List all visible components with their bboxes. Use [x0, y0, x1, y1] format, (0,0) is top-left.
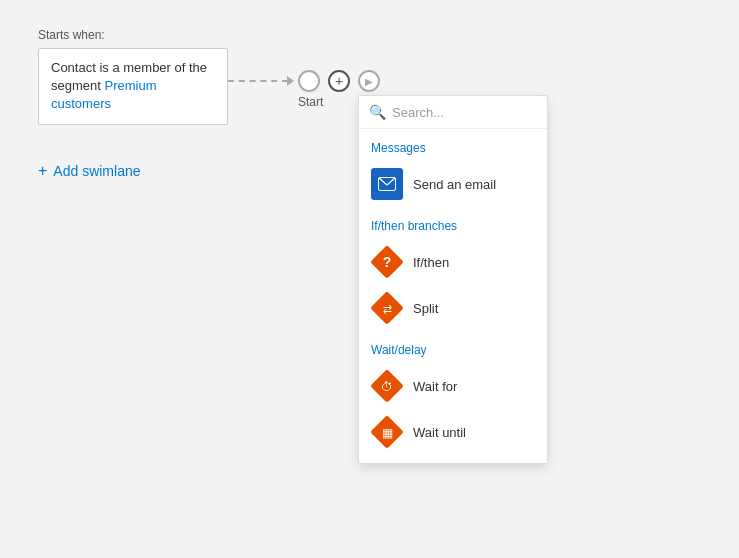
flow-connector: + ▶: [228, 70, 384, 92]
menu-item-label-wait-until: Wait until: [413, 425, 466, 440]
flow-node-plus[interactable]: +: [328, 70, 350, 92]
flow-node-circle[interactable]: [298, 70, 320, 92]
svg-text:?: ?: [383, 254, 392, 270]
menu-item-label-if-then: If/then: [413, 255, 449, 270]
menu-item-if-then[interactable]: ?If/then: [359, 239, 547, 285]
canvas: Starts when: Contact is a member of the …: [0, 0, 739, 558]
icon-split: ⇄: [371, 292, 403, 324]
svg-text:⇄: ⇄: [383, 303, 392, 315]
section-label-0: Messages: [359, 129, 547, 161]
menu-item-send-email[interactable]: Send an email: [359, 161, 547, 207]
section-label-2: Wait/delay: [359, 331, 547, 363]
start-label: Start: [298, 95, 323, 109]
icon-wait-until: ▦: [371, 416, 403, 448]
starts-when-label: Starts when:: [38, 28, 105, 42]
add-swimlane-label: Add swimlane: [53, 163, 140, 179]
icon-if-then: ?: [371, 246, 403, 278]
action-picker-panel: 🔍 Messages Send an emailIf/then branches…: [358, 95, 548, 464]
menu-item-label-send-email: Send an email: [413, 177, 496, 192]
menu-item-label-wait-for: Wait for: [413, 379, 457, 394]
menu-item-split[interactable]: ⇄Split: [359, 285, 547, 331]
section-label-1: If/then branches: [359, 207, 547, 239]
svg-text:▦: ▦: [382, 426, 393, 440]
search-bar: 🔍: [359, 96, 547, 129]
trigger-box: Contact is a member of the segment Premi…: [38, 48, 228, 125]
menu-item-wait-until[interactable]: ▦Wait until: [359, 409, 547, 455]
search-icon: 🔍: [369, 104, 386, 120]
panel-content: Messages Send an emailIf/then branches?I…: [359, 129, 547, 463]
menu-item-label-split: Split: [413, 301, 438, 316]
menu-item-wait-for[interactable]: ⏱Wait for: [359, 363, 547, 409]
search-input[interactable]: [392, 105, 537, 120]
add-swimlane-button[interactable]: + Add swimlane: [38, 162, 141, 180]
icon-wait-for: ⏱: [371, 370, 403, 402]
icon-send-email: [371, 168, 403, 200]
arrow-right-icon: [287, 76, 294, 86]
flow-node-arrow[interactable]: ▶: [358, 70, 380, 92]
dashed-line: [228, 80, 288, 82]
plus-icon: +: [38, 162, 47, 180]
svg-text:⏱: ⏱: [381, 380, 393, 394]
